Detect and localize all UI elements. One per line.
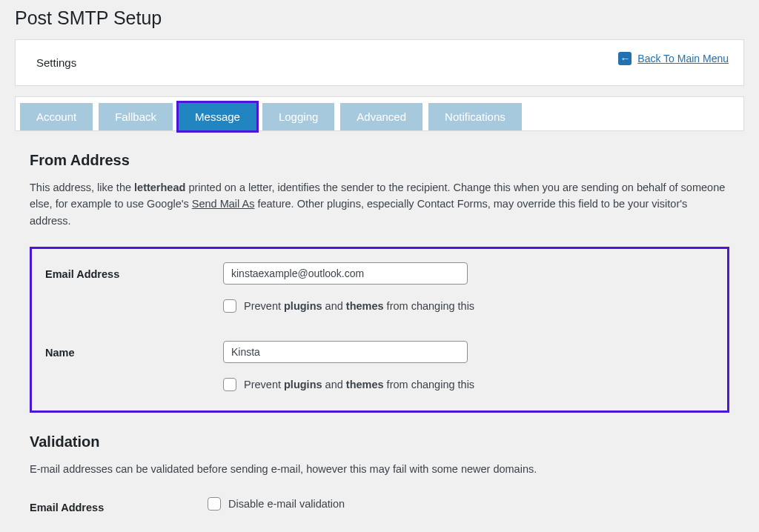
desc-bold-letterhead: letterhead	[134, 182, 185, 193]
tab-account[interactable]: Account	[20, 103, 93, 130]
validation-description: E-mail addresses can be validated before…	[30, 461, 729, 477]
name-label: Name	[45, 341, 223, 359]
from-address-description: This address, like the letterhead printe…	[30, 179, 729, 229]
prevent-name-row: Prevent plugins and themes from changing…	[45, 376, 714, 391]
validation-email-label: Email Address	[30, 496, 208, 513]
validation-heading: Validation	[30, 433, 729, 450]
desc-text: This address, like the	[30, 182, 134, 193]
prevent-name-checkbox[interactable]	[223, 378, 236, 391]
tab-notifications[interactable]: Notifications	[428, 103, 522, 130]
name-input[interactable]	[223, 341, 468, 363]
prevent-email-checkbox[interactable]	[223, 299, 236, 313]
disable-validation-row: Email Address Disable e-mail validation	[30, 496, 729, 513]
send-mail-as-link[interactable]: Send Mail As	[192, 198, 255, 210]
tab-logging[interactable]: Logging	[262, 103, 334, 130]
back-arrow-icon: ←	[618, 52, 632, 65]
prevent-email-row: Prevent plugins and themes from changing…	[45, 298, 714, 313]
from-address-highlight-box: Email Address Prevent plugins and themes…	[30, 247, 729, 413]
page-title: Post SMTP Setup	[15, 7, 744, 29]
back-to-main-link[interactable]: Back To Main Menu	[637, 53, 729, 64]
tab-message[interactable]: Message	[179, 103, 256, 130]
back-link-wrap: ← Back To Main Menu	[618, 52, 729, 65]
disable-validation-checkbox[interactable]	[208, 497, 221, 511]
tabs-row: Account Fallback Message Logging Advance…	[15, 96, 744, 131]
email-address-input[interactable]	[223, 262, 468, 285]
content-area: From Address This address, like the lett…	[15, 152, 744, 513]
name-row: Name	[45, 341, 714, 363]
tab-fallback[interactable]: Fallback	[99, 103, 173, 130]
settings-panel: Settings ← Back To Main Menu	[15, 39, 744, 86]
settings-label: Settings	[36, 56, 76, 69]
email-address-label: Email Address	[45, 262, 223, 280]
email-address-row: Email Address	[45, 262, 714, 285]
prevent-name-label: Prevent plugins and themes from changing…	[244, 379, 474, 390]
prevent-email-label: Prevent plugins and themes from changing…	[244, 300, 474, 312]
tab-advanced[interactable]: Advanced	[340, 103, 422, 130]
disable-validation-label: Disable e-mail validation	[228, 498, 345, 510]
from-address-heading: From Address	[30, 152, 729, 169]
